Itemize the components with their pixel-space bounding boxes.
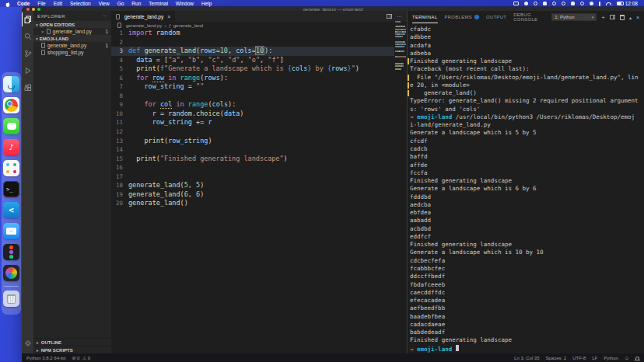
code-line-10[interactable]: 10 r = random.choice(data) [111,110,394,119]
encoding-status[interactable]: UTF-8 [572,356,586,360]
menu-item-edit[interactable]: Edit [50,1,66,6]
run-debug-icon[interactable] [22,62,33,79]
code-line-8[interactable]: 8 [111,92,394,101]
music-dock-icon[interactable]: ♪ [3,139,19,155]
code-line-17[interactable]: 17 [111,172,394,182]
language-mode-status[interactable]: Python [604,356,618,360]
menu-item-view[interactable]: View [95,1,114,6]
photos-dock-icon[interactable] [3,265,19,281]
menu-item-help[interactable]: Help [198,1,215,6]
code-line-1[interactable]: 1import random [111,29,394,38]
open-editors-section[interactable]: ▾ OPEN EDITORS [33,21,111,28]
breadcrumb[interactable]: generate_land.py › ƒ generate_land [111,22,407,29]
vscode-dock-icon[interactable]: < [3,202,19,218]
section-npm-scripts[interactable]: ▸NPM SCRIPTS [33,346,111,353]
explorer-more-actions-icon[interactable]: ··· [102,13,107,19]
control-center-icon[interactable] [580,2,584,5]
panel-tab-debug-console[interactable]: DEBUG CONSOLE [513,11,544,23]
explorer-icon[interactable] [22,11,33,28]
close-panel-icon[interactable]: × [636,15,639,20]
kill-terminal-icon[interactable] [620,15,625,20]
code-line-3[interactable]: 3def generate_land(rows=10, cols=10): [111,47,394,56]
chevron-right-icon: ▸ [37,340,39,345]
panel-tab-output[interactable]: OUTPUT [486,11,506,23]
close-editor-icon[interactable]: × [41,30,44,34]
close-tab-icon[interactable]: × [167,14,170,19]
cursor-position-status[interactable]: Ln 3, Col 35 [514,356,539,360]
menu-item-code[interactable]: Code [13,1,33,6]
notifications-bell-icon[interactable] [635,357,639,360]
code-line-16[interactable]: 16 [111,163,394,172]
shell-selector-dropdown[interactable]: 1: Python ▾ [551,13,597,21]
mail-dock-icon[interactable] [3,223,19,239]
split-editor-icon[interactable] [387,14,392,19]
code-line-5[interactable]: 5 print(f"Generate a landscape which is … [111,64,394,74]
split-terminal-icon[interactable] [610,15,615,19]
menu-item-run[interactable]: Run [128,1,145,6]
code-line-20[interactable]: 20generate_land() [111,199,394,208]
finder-dock-icon[interactable] [3,76,19,92]
minimap-line [395,23,405,25]
trash-dock-icon[interactable] [3,291,19,307]
chat-icon[interactable] [571,2,575,5]
code-line-18[interactable]: 18generate_land(5, 5) [111,181,394,190]
record-icon[interactable] [534,2,537,5]
chrome-dock-icon[interactable] [3,97,19,113]
editor-more-actions-icon[interactable]: ··· [397,14,402,19]
panel-tab-terminal[interactable]: TERMINAL [412,11,438,23]
code-line-14[interactable]: 14 [111,145,394,155]
code-line-4[interactable]: 4 data = ["a", "b", "c", "d", "e", "f"] [111,56,394,65]
file-item-generate_land.py[interactable]: generate_land.py1 [33,42,111,49]
search-icon[interactable] [562,2,565,5]
menu-item-file[interactable]: File [33,1,49,6]
menu-item-selection[interactable]: Selection [66,1,95,6]
battery-icon[interactable] [617,2,624,5]
code-line-12[interactable]: 12 [111,127,394,137]
code-area[interactable]: 1import random23def generate_land(rows=1… [111,29,394,353]
code-line-9[interactable]: 9 for col in range(cols): [111,100,394,110]
code-line-6[interactable]: 6 for row in range(rows): [111,74,394,83]
code-line-7[interactable]: 7 row_string = "" [111,82,394,92]
maximize-panel-icon[interactable]: ▴ [629,15,632,20]
code-line-13[interactable]: 13 print(row_string) [111,137,394,146]
phone-icon[interactable] [590,2,593,5]
section-outline[interactable]: ▸OUTLINE [33,338,111,346]
menu-item-window[interactable]: Window [172,1,198,6]
tab-generate-land[interactable]: generate_land.py × [111,11,176,22]
terminal-output[interactable]: cfabdcadbbeeacdafaadbebaFinished generat… [410,26,644,353]
code-line-15[interactable]: 15 print("Finished generating landscape"… [111,155,394,164]
figma-dock-icon[interactable] [3,244,19,260]
extensions-icon[interactable] [22,79,33,96]
feedback-smiley-icon[interactable]: ☺ [625,356,629,360]
panel-tab-problems[interactable]: PROBLEMS [445,11,479,23]
meet-icon[interactable] [543,2,547,5]
messages-dock-icon[interactable] [3,118,19,134]
do-not-disturb-icon[interactable] [524,2,528,5]
manage-gear-icon[interactable] [22,335,33,352]
sync-icon[interactable] [552,2,556,5]
menubar-clock[interactable]: 12:08 [625,1,638,6]
code-line-2[interactable]: 2 [111,38,394,47]
screen-mirroring-icon[interactable] [513,2,519,5]
apple-menu-icon[interactable] [5,2,10,6]
slack-dock-icon[interactable] [3,160,19,176]
token-pl: ): [264,47,272,54]
indentation-status[interactable]: Spaces: 2 [545,356,566,360]
problems-status[interactable]: ⊘ 0 ⚠ 0 [72,355,90,360]
new-terminal-icon[interactable]: + [601,14,605,21]
file-item-generate_land.py[interactable]: ×generate_land.py1 [33,28,111,35]
python-interpreter-status[interactable]: Python 3.8.2 64-bit [26,356,65,360]
folder-section[interactable]: ▾ EMOJI-LAND [33,35,111,42]
menu-item-terminal[interactable]: Terminal [145,1,172,6]
file-item-shopping_list.py[interactable]: shopping_list.py [33,49,111,56]
code-line-19[interactable]: 19generate_land(6, 6) [111,190,394,200]
search-icon[interactable] [22,28,33,45]
terminal-dock-icon[interactable]: >_ [3,181,19,197]
code-line-11[interactable]: 11 row_string += r [111,118,394,127]
eol-status[interactable]: LF [592,356,597,360]
minimap[interactable] [395,21,405,353]
wifi-icon[interactable] [606,2,611,5]
menu-item-go[interactable]: Go [114,1,128,6]
source-control-icon[interactable] [22,45,33,62]
bluetooth-icon[interactable] [599,2,600,6]
